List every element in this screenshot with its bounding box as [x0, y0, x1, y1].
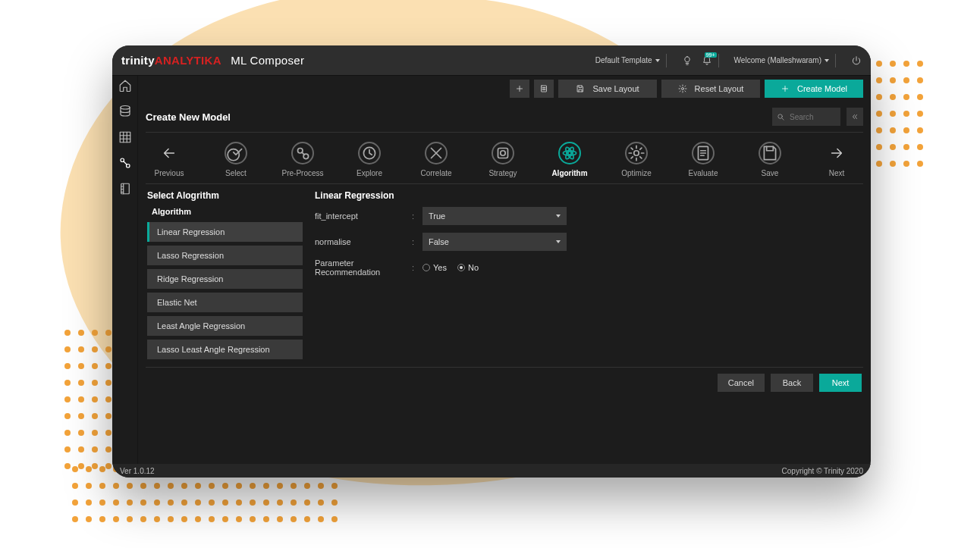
next-button[interactable]: Next	[819, 374, 862, 392]
step-label: Pre-Process	[281, 169, 323, 177]
home-icon[interactable]	[118, 79, 132, 92]
step-correlate[interactable]: Correlate	[414, 142, 458, 177]
radio-icon	[422, 264, 430, 271]
step-label: Algorithm	[551, 169, 587, 177]
cancel-button[interactable]: Cancel	[718, 374, 765, 392]
param-normalise: normalise : False	[315, 233, 862, 251]
save-layout-label: Save Layout	[592, 84, 639, 93]
param-fit-intercept: fit_intercept : True	[315, 207, 862, 225]
algo-item[interactable]: Lasso Regression	[147, 246, 303, 265]
algo-item[interactable]: Elastic Net	[147, 293, 303, 312]
normalise-select[interactable]: False	[422, 233, 567, 251]
svg-point-18	[634, 151, 639, 156]
search-icon	[777, 113, 785, 121]
reset-layout-label: Reset Layout	[695, 84, 744, 93]
right-title: Linear Regression	[315, 190, 862, 201]
footer-actions: Cancel Back Next	[138, 368, 871, 398]
template-dropdown[interactable]: Default Template	[595, 56, 660, 64]
save-layout-button[interactable]: Save Layout	[558, 80, 657, 98]
collapse-button[interactable]	[847, 108, 863, 126]
create-model-button[interactable]: Create Model	[765, 80, 863, 98]
step-algorithm[interactable]: Algorithm	[548, 142, 592, 177]
param-label: Parameter Recommendation	[315, 258, 406, 277]
add-button[interactable]	[510, 80, 529, 98]
reset-layout-button[interactable]: Reset Layout	[661, 80, 760, 98]
step-label: Correlate	[420, 169, 451, 177]
algorithm-list-panel: Select Alogrithm Algorithm Linear Regres…	[147, 187, 303, 359]
recommendation-radio-yes[interactable]: Yes	[422, 263, 447, 272]
step-evaluate[interactable]: Evaluate	[681, 142, 725, 177]
step-icon	[226, 143, 246, 163]
app-body: Save Layout Reset Layout Create Model Cr…	[112, 76, 871, 464]
chevron-down-icon	[556, 215, 561, 218]
step-icon	[360, 143, 379, 163]
svg-point-14	[568, 152, 571, 155]
svg-point-13	[501, 151, 506, 156]
step-label: Select	[225, 169, 247, 177]
step-pre-process[interactable]: Pre-Process	[281, 142, 325, 177]
algo-item[interactable]: Lasso Least Angle Regression	[147, 340, 303, 359]
svg-rect-12	[498, 149, 508, 158]
decor-dots-top: for(let r=0;r<7;r++){document.write('<di…	[872, 57, 927, 174]
lightbulb-icon[interactable]	[682, 55, 693, 66]
arrow-right-icon	[828, 145, 845, 161]
recommendation-radio-no[interactable]: No	[457, 263, 479, 272]
model-icon[interactable]	[118, 156, 132, 170]
fit-intercept-select[interactable]: True	[422, 207, 567, 225]
step-select[interactable]: Select	[214, 142, 258, 177]
version-label: Ver 1.0.12	[120, 467, 155, 475]
param-label: fit_intercept	[315, 211, 406, 221]
statusbar: Ver 1.0.12 Copyright © Trinity 2020	[112, 464, 871, 478]
step-save[interactable]: Save	[748, 142, 792, 177]
search-box[interactable]	[772, 108, 840, 126]
list-button[interactable]	[534, 80, 554, 98]
user-menu[interactable]: Welcome (Malleshwaram)	[734, 56, 829, 64]
step-icon	[760, 143, 780, 163]
page-title: Create New Model	[146, 111, 766, 123]
grid-icon[interactable]	[118, 130, 132, 144]
toolbar: Save Layout Reset Layout Create Model	[138, 76, 871, 102]
back-button[interactable]: Back	[771, 374, 813, 392]
logo-part2: ANALYTIKA	[155, 54, 221, 67]
recommendation-radio-group: YesNo	[422, 263, 479, 272]
step-label: Explore	[357, 169, 382, 177]
notebook-icon[interactable]	[118, 182, 132, 196]
arrow-left-icon	[161, 145, 177, 161]
radio-label: Yes	[433, 263, 447, 272]
divider	[666, 54, 667, 67]
content-area: Select Alogrithm Algorithm Linear Regres…	[138, 184, 871, 367]
chevron-down-icon	[825, 59, 829, 62]
decor-dots-left: for(let r=0;r<9;r++){document.write('<di…	[61, 326, 115, 476]
stepper-next-label: Next	[829, 169, 845, 177]
algo-item[interactable]: Ridge Regression	[147, 269, 303, 289]
create-model-label: Create Model	[797, 84, 847, 93]
power-icon[interactable]	[851, 55, 862, 66]
stepper-next[interactable]: Next	[815, 142, 859, 177]
svg-rect-1	[120, 132, 130, 142]
step-icon	[293, 143, 313, 163]
welcome-label: Welcome (Malleshwaram)	[734, 56, 821, 64]
divider	[718, 54, 719, 67]
step-strategy[interactable]: Strategy	[481, 142, 525, 177]
step-optimize[interactable]: Optimize	[614, 142, 658, 177]
save-icon	[576, 84, 585, 93]
topbar: trinityANALYTIKA ML Composer Default Tem…	[112, 45, 871, 76]
radio-icon	[457, 264, 465, 271]
logo-app-name: ML Composer	[231, 54, 304, 67]
algo-item[interactable]: Linear Regression	[147, 222, 303, 242]
copyright-label: Copyright © Trinity 2020	[782, 467, 863, 475]
search-input[interactable]	[790, 113, 831, 121]
left-subtitle: Algorithm	[152, 207, 303, 216]
gear-icon	[678, 84, 687, 93]
algo-item[interactable]: Least Angle Regression	[147, 316, 303, 336]
template-label: Default Template	[595, 56, 652, 64]
chevron-down-icon	[556, 240, 561, 243]
stepper-prev[interactable]: Previous	[147, 142, 191, 177]
notifications-icon[interactable]: 99+	[702, 55, 712, 66]
step-explore[interactable]: Explore	[347, 142, 391, 177]
algorithm-params-panel: Linear Regression fit_intercept : True n…	[315, 187, 862, 359]
svg-point-7	[778, 114, 783, 118]
database-icon[interactable]	[118, 105, 132, 118]
notify-badge: 99+	[705, 52, 717, 58]
section-header: Create New Model	[138, 102, 871, 132]
